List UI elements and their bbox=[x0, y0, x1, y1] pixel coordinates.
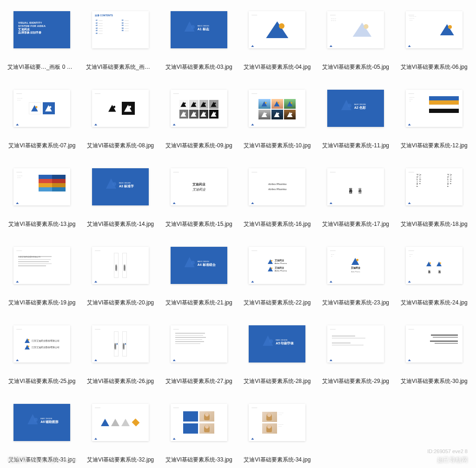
file-item[interactable]: ——— — —— 艾迪药业 艾迪药业 艾迪VI基础要素系统-24.jpg bbox=[397, 239, 470, 307]
thumbnail: ——— bbox=[171, 90, 227, 127]
file-item[interactable]: ——— 艾迪VI基础要素系统-10.jpg bbox=[241, 82, 314, 150]
file-item[interactable]: ——— 艾迪VI基础要素系统-09.jpg bbox=[162, 82, 235, 150]
file-name: 艾迪VI基础要素系统-15.jpg bbox=[165, 220, 233, 228]
file-item[interactable]: ——— — — —— — 艾迪VI基础要素系统-13.jpg bbox=[6, 161, 79, 228]
thumbnail: ——— bbox=[406, 325, 463, 363]
file-name: 艾迪VI基础要素系统-23.jpg bbox=[321, 299, 390, 307]
file-name: 艾迪VI基础要素系统-24.jpg bbox=[400, 299, 469, 307]
file-item[interactable]: BASIC DESIGNA2 色彩 艾迪VI基础要素系统-11.jpg bbox=[319, 82, 392, 150]
thumbnail: BASIC DESIGNA1 标志 bbox=[171, 11, 227, 48]
thumbnail: ——— — — —— — — bbox=[327, 11, 384, 48]
file-item[interactable]: ——— 江苏艾迪药业股份有限公司 艾迪VI基础要素系统-19.jpg bbox=[6, 239, 79, 307]
file-name: 艾迪VI基础要素系统-30.jpg bbox=[400, 377, 469, 385]
thumbnail: ——— — — — —— — —— — bbox=[406, 11, 463, 48]
file-name: 艾迪VI基础要…_画板 0 副本.jpg bbox=[7, 63, 76, 71]
thumbnail: ——— bbox=[327, 325, 384, 363]
thumbnail: ——— bbox=[249, 90, 305, 127]
file-item[interactable]: ——— Aidea Pharma Aidea Pharma 艾迪VI基础要素系统… bbox=[397, 161, 470, 228]
file-item[interactable]: VISUAL IDENTITY SYSTEM FOR AIDEA 艾迪药业 品牌… bbox=[6, 4, 79, 71]
file-name: 艾迪VI基础要素系统-06.jpg bbox=[400, 63, 469, 71]
thumbnail: ——— — —— 艾迪药业 Aidea Pharma bbox=[327, 247, 384, 284]
thumbnail: ——— 艾迪药业Aidea Pharma 艾迪药业Aidea Pharma bbox=[249, 247, 305, 284]
thumbnail: BASIC DESIGNA2 色彩 bbox=[327, 90, 384, 127]
thumbnail: ——— 江苏艾迪药业股份有限公司 江苏艾迪药业股份有限公司 bbox=[92, 247, 149, 284]
thumbnail: ——— bbox=[92, 404, 149, 441]
thumbnail: ——— 艾迪药业 艾迪药业 bbox=[327, 168, 384, 205]
file-item[interactable]: ——— — — —— — — 艾迪VI基础要素系统-05.jpg bbox=[319, 4, 392, 71]
thumbnail: BASIC DESIGNA4 标准组合 bbox=[171, 247, 227, 284]
thumbnail: ——— Aidea Pharma Aidea Pharma bbox=[249, 168, 305, 205]
file-item[interactable]: ——— 艾迪VI基础要素系统-30.jpg bbox=[397, 318, 470, 385]
file-name: 艾迪VI基础要素系统-05.jpg bbox=[321, 63, 390, 71]
file-item[interactable]: ——— 艾迪VI基础要素系统-08.jpg bbox=[84, 82, 157, 150]
thumbnail: ——— 江苏艾迪药业股份有限公司 江苏艾迪药业股份有限公司 bbox=[13, 325, 70, 363]
file-name: 艾迪VI基础要素系统-19.jpg bbox=[7, 299, 76, 307]
file-item[interactable]: ——— — —— 艾迪药业 Aidea Pharma 艾迪VI基础要素系统-23… bbox=[319, 239, 392, 307]
file-name: 艾迪VI基础要素系统-13.jpg bbox=[7, 220, 76, 228]
file-item[interactable]: ——— 艾迪VI基础要素系统-32.jpg bbox=[84, 396, 157, 464]
file-item[interactable]: BASIC DESIGNA1 标志 艾迪VI基础要素系统-03.jpg bbox=[162, 4, 235, 71]
file-item[interactable]: BASIC DESIGNA4 标准组合 艾迪VI基础要素系统-21.jpg bbox=[162, 239, 235, 307]
thumbnail: ——— — — —— — — — —— — bbox=[249, 404, 305, 441]
thumbnail: ——— 艾迪药业 艾迪药业 bbox=[171, 168, 227, 205]
file-name: 艾迪VI基础要素系统-20.jpg bbox=[86, 299, 155, 307]
file-name: 艾迪VI基础要素系统-25.jpg bbox=[7, 377, 76, 385]
file-item[interactable]: ——— — — —— —— 艾迪VI基础要素系统-12.jpg bbox=[397, 82, 470, 150]
file-name: 艾迪VI基础要素系统-03.jpg bbox=[165, 63, 233, 71]
file-item[interactable]: ——— 艾迪VI基础要素系统-04.jpg bbox=[241, 4, 314, 71]
file-item[interactable]: ——— 艾迪药业 艾迪药业 艾迪VI基础要素系统-17.jpg bbox=[319, 161, 392, 228]
file-name: 艾迪VI基础要素系统_画板 1.jpg bbox=[86, 63, 155, 71]
thumbnail: ——— bbox=[249, 11, 305, 48]
file-item[interactable]: ——— — — —— — — — —— — 艾迪VI基础要素系统-34.jpg bbox=[241, 396, 314, 464]
file-item[interactable]: BASIC DESIGNA5 印刷字体 艾迪VI基础要素系统-28.jpg bbox=[241, 318, 314, 385]
thumbnail: ——— — — —— —— bbox=[406, 90, 463, 127]
file-name: 艾迪VI基础要素系统-04.jpg bbox=[243, 63, 311, 71]
file-name: 艾迪VI基础要素系统-12.jpg bbox=[400, 142, 469, 150]
file-item[interactable]: ——— 艾迪药业 艾迪药业 艾迪VI基础要素系统-15.jpg bbox=[162, 161, 235, 228]
file-item[interactable]: ——— 江苏艾迪药业股份有限公司 江苏艾迪药业股份有限公司 艾迪VI基础要素系统… bbox=[84, 318, 157, 385]
file-name: 艾迪VI基础要素系统-11.jpg bbox=[321, 142, 390, 150]
file-name: 艾迪VI基础要素系统-18.jpg bbox=[400, 220, 469, 228]
file-name: 艾迪VI基础要素系统-26.jpg bbox=[86, 377, 155, 385]
file-name: 艾迪VI基础要素系统-21.jpg bbox=[165, 299, 233, 307]
thumbnail: ——— bbox=[92, 90, 149, 127]
file-name: 艾迪VI基础要素系统-08.jpg bbox=[86, 142, 155, 150]
image-id-text: ID:269057 eve2 8 bbox=[427, 448, 468, 454]
file-item[interactable]: BASIC DESIGNA6 辅助图形 艾迪VI基础要素系统-31.jpg bbox=[6, 396, 79, 464]
file-item[interactable]: ——— Aidea Pharma Aidea Pharma 艾迪VI基础要素系统… bbox=[241, 161, 314, 228]
file-item[interactable]: BASIC DESIGNA3 标准字 艾迪VI基础要素系统-14.jpg bbox=[84, 161, 157, 228]
thumbnail: VISUAL IDENTITY SYSTEM FOR AIDEA 艾迪药业 品牌… bbox=[13, 11, 70, 48]
file-name: 艾迪VI基础要素系统-27.jpg bbox=[165, 377, 233, 385]
file-item[interactable]: ——— 艾迪VI基础要素系统-27.jpg bbox=[162, 318, 235, 385]
file-name: 艾迪VI基础要素系统-17.jpg bbox=[321, 220, 390, 228]
thumbnail: ——— Aidea Pharma Aidea Pharma bbox=[406, 168, 463, 205]
file-item[interactable]: ——— — — —— — 艾迪VI基础要素系统-07.jpg bbox=[6, 82, 79, 150]
file-name: 艾迪VI基础要素系统-29.jpg bbox=[321, 377, 390, 385]
file-item[interactable]: ——— 艾迪VI基础要素系统-29.jpg bbox=[319, 318, 392, 385]
watermark-right: 妲己导航网 bbox=[437, 456, 468, 464]
thumbnail: ——— — — —— — bbox=[13, 90, 70, 127]
thumbnail: BASIC DESIGNA6 辅助图形 bbox=[13, 404, 70, 441]
file-item[interactable]: ——— 江苏艾迪药业股份有限公司 江苏艾迪药业股份有限公司 艾迪VI基础要素系统… bbox=[84, 239, 157, 307]
file-item[interactable]: ——— 艾迪药业Aidea Pharma 艾迪药业Aidea Pharma 艾迪… bbox=[241, 239, 314, 307]
file-name: 艾迪VI基础要素系统-07.jpg bbox=[7, 142, 76, 150]
file-name: 艾迪VI基础要素系统-22.jpg bbox=[243, 299, 311, 307]
file-name: 艾迪VI基础要素系统-28.jpg bbox=[243, 377, 311, 385]
file-item[interactable]: ——— 江苏艾迪药业股份有限公司 江苏艾迪药业股份有限公司 艾迪VI基础要素系统… bbox=[6, 318, 79, 385]
thumbnail: ——— — —— 艾迪药业 艾迪药业 bbox=[406, 247, 463, 284]
file-name: 艾迪VI基础要素系统-14.jpg bbox=[86, 220, 155, 228]
file-name: 艾迪VI基础要素系统-10.jpg bbox=[243, 142, 311, 150]
file-name: 艾迪VI基础要素系统-32.jpg bbox=[86, 456, 155, 464]
thumbnail-grid: VISUAL IDENTITY SYSTEM FOR AIDEA 艾迪药业 品牌… bbox=[0, 0, 476, 468]
file-name: 艾迪VI基础要素系统-34.jpg bbox=[243, 456, 311, 464]
file-item[interactable]: ——— — — — —— — —— — 艾迪VI基础要素系统-06.jpg bbox=[397, 4, 470, 71]
file-item[interactable]: 目录 CONTENTS A1———A2———A3———A4———A5———A6—… bbox=[84, 4, 157, 71]
thumbnail: BASIC DESIGNA3 标准字 bbox=[92, 168, 149, 205]
file-name: 艾迪VI基础要素系统-16.jpg bbox=[243, 220, 311, 228]
file-item[interactable]: ——— 艾迪VI基础要素系统-33.jpg bbox=[162, 396, 235, 464]
thumbnail: ——— 江苏艾迪药业股份有限公司 bbox=[13, 247, 70, 284]
file-name: 艾迪VI基础要素系统-33.jpg bbox=[165, 456, 233, 464]
thumbnail: ——— — — —— — bbox=[13, 168, 70, 205]
thumbnail: ——— bbox=[171, 325, 227, 363]
file-name: 艾迪VI基础要素系统-09.jpg bbox=[165, 142, 233, 150]
